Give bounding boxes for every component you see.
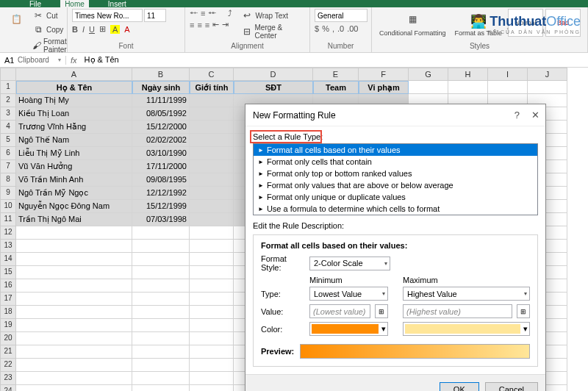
cell[interactable] (190, 107, 234, 121)
font-name-select[interactable]: Times New Ro... (72, 9, 143, 22)
row-header[interactable]: 4 (0, 121, 16, 134)
col-header-H[interactable]: H (448, 68, 488, 81)
cell[interactable]: 11/11/1999 (132, 94, 190, 107)
row-header[interactable]: 6 (0, 147, 16, 160)
row-header[interactable]: 11 (0, 213, 16, 226)
row-header[interactable]: 24 (0, 385, 16, 391)
dec-inc-button[interactable]: .0 (337, 24, 344, 33)
cancel-button[interactable]: Cancel (485, 382, 538, 391)
col-header-I[interactable]: I (488, 68, 528, 81)
cell[interactable]: Liễu Thị Mỹ Linh (16, 147, 132, 160)
cell[interactable] (16, 253, 132, 266)
percent-button[interactable]: % (322, 24, 329, 33)
cell[interactable] (409, 81, 448, 94)
cell[interactable]: Ngày sinh (132, 81, 190, 94)
cell[interactable] (190, 121, 234, 134)
cell[interactable]: Vi phạm (359, 81, 409, 94)
format-style-select[interactable]: 2-Color Scale▾ (309, 257, 390, 270)
rule-type-item[interactable]: ►Use a formula to determine which cells … (254, 203, 537, 215)
row-header[interactable]: 5 (0, 134, 16, 147)
row-header[interactable]: 21 (0, 345, 16, 359)
row-header[interactable]: 2 (0, 94, 16, 107)
cell[interactable] (16, 345, 132, 359)
cell[interactable] (132, 332, 190, 345)
align-middle-button[interactable]: ≡ (201, 9, 205, 18)
cell[interactable]: 09/08/1995 (132, 173, 190, 187)
cell[interactable] (16, 306, 132, 319)
orientation-button[interactable]: ⤴ (228, 9, 232, 18)
align-top-button[interactable]: ⬴ (190, 9, 198, 18)
paste-button[interactable]: 📋 (4, 9, 28, 29)
max-color-select[interactable]: ▾ (403, 322, 530, 336)
cell[interactable] (190, 226, 234, 240)
cell[interactable] (132, 359, 190, 372)
cell[interactable] (16, 359, 132, 372)
max-value-input[interactable]: (Highest value) (403, 304, 512, 318)
font-size-select[interactable]: 11 (144, 9, 166, 22)
rule-type-item[interactable]: ►Format all cells based on their values (254, 144, 537, 156)
cell[interactable]: 15/12/2000 (132, 121, 190, 134)
cell[interactable] (190, 160, 234, 173)
cell[interactable]: Trần Thị Ngô Mai (16, 213, 132, 226)
rule-type-item[interactable]: ►Format only cells that contain (254, 156, 537, 168)
row-header[interactable]: 10 (0, 200, 16, 213)
row-header[interactable]: 16 (0, 279, 16, 293)
cell[interactable] (190, 266, 234, 279)
cell[interactable] (190, 134, 234, 147)
cell[interactable] (132, 226, 190, 240)
comma-button[interactable]: , (332, 24, 334, 33)
italic-button[interactable]: I (82, 25, 85, 34)
min-type-select[interactable]: Lowest Value▾ (309, 287, 388, 301)
cell[interactable] (16, 293, 132, 306)
cell[interactable] (190, 372, 234, 385)
underline-button[interactable]: U (89, 25, 95, 34)
align-right-button[interactable]: ≡ (205, 21, 209, 29)
cell[interactable] (190, 253, 234, 266)
row-header[interactable]: 8 (0, 173, 16, 187)
align-left-button[interactable]: ≡ (190, 21, 194, 29)
formula-input[interactable]: Họ & Tên (82, 55, 122, 65)
cell[interactable] (190, 306, 234, 319)
cell[interactable] (190, 213, 234, 226)
tab-insert[interactable]: Insert (104, 0, 131, 7)
cell[interactable] (132, 240, 190, 253)
cell[interactable] (16, 332, 132, 345)
row-header[interactable]: 17 (0, 293, 16, 306)
cell[interactable]: Kiều Thị Loan (16, 107, 132, 121)
cell[interactable] (16, 279, 132, 293)
cell[interactable] (16, 372, 132, 385)
cell[interactable] (16, 226, 132, 240)
row-header[interactable]: 20 (0, 332, 16, 345)
fill-color-button[interactable]: A (110, 25, 120, 34)
min-value-input[interactable]: (Lowest value) (309, 304, 370, 318)
row-header[interactable]: 15 (0, 266, 16, 279)
help-button[interactable]: ? (514, 110, 520, 121)
cell[interactable]: 07/03/1998 (132, 213, 190, 226)
rule-type-item[interactable]: ►Format only unique or duplicate values (254, 191, 537, 203)
row-header[interactable]: 19 (0, 319, 16, 332)
cell[interactable]: 17/11/2000 (132, 160, 190, 173)
cell[interactable]: Họ & Tên (16, 81, 132, 94)
cell[interactable] (448, 81, 488, 94)
cell[interactable] (190, 293, 234, 306)
cell[interactable] (132, 266, 190, 279)
name-box[interactable]: A1▾ (0, 56, 66, 65)
row-header[interactable]: 1 (0, 81, 16, 94)
rule-type-item[interactable]: ►Format only top or bottom ranked values (254, 168, 537, 179)
row-header[interactable]: 14 (0, 253, 16, 266)
align-bottom-button[interactable]: ⬵ (208, 9, 216, 18)
cell[interactable] (190, 200, 234, 213)
cell[interactable] (190, 94, 234, 107)
select-all-corner[interactable] (0, 68, 16, 81)
col-header-D[interactable]: D (234, 68, 313, 81)
cut-button[interactable]: ✂Cut (31, 9, 71, 22)
cell[interactable] (132, 385, 190, 391)
min-ref-button[interactable]: ⊞ (375, 304, 388, 318)
font-color-button[interactable]: A (124, 25, 129, 34)
col-header-J[interactable]: J (528, 68, 567, 81)
cell[interactable]: 15/12/1999 (132, 200, 190, 213)
border-button[interactable]: ⊞ (99, 24, 106, 34)
row-header[interactable]: 23 (0, 372, 16, 385)
conditional-formatting-button[interactable]: ▦ Conditional Formatting (376, 9, 449, 38)
row-header[interactable]: 9 (0, 187, 16, 200)
